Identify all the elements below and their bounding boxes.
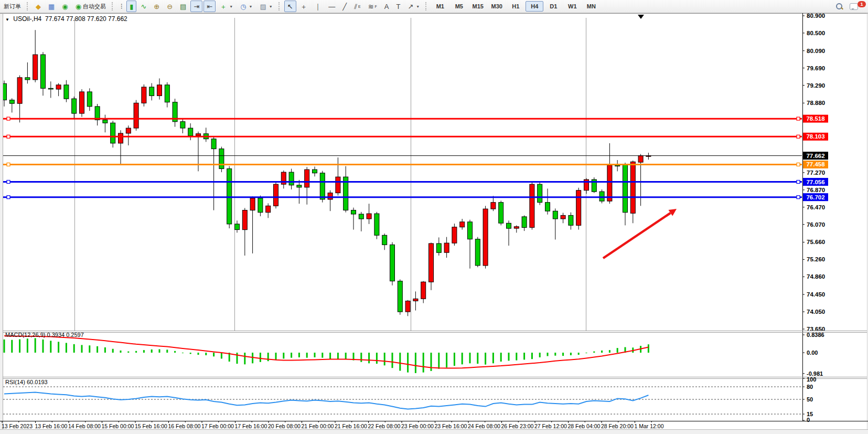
candle-body-down: [188, 128, 193, 136]
chart-canvas[interactable]: 78.51878.10377.66277.45877.05676.70280.9…: [0, 13, 868, 434]
candlestick-type-button[interactable]: ▮: [126, 1, 136, 12]
fibonacci-tool-icon: ≋: [368, 3, 374, 10]
candle-body-up: [328, 193, 333, 199]
timeframe-d1-button[interactable]: D1: [544, 1, 562, 12]
candle-body-down: [87, 92, 92, 107]
tile-windows-button[interactable]: ▤: [177, 1, 189, 12]
candle-body-down: [436, 244, 441, 252]
line-handle[interactable]: [7, 181, 10, 184]
periods-button[interactable]: ◷▼: [237, 1, 255, 12]
candle-body-up: [421, 282, 426, 299]
line-handle[interactable]: [797, 163, 800, 166]
line-handle[interactable]: [797, 181, 800, 184]
auto-trading-label: 自动交易: [83, 3, 106, 10]
line-handle[interactable]: [797, 196, 800, 199]
charts-profile-button[interactable]: ◆: [33, 1, 44, 12]
fibonacci-tool-button[interactable]: ≋F: [365, 1, 380, 12]
candle-body-down: [468, 222, 473, 239]
macd-histogram-bar: [314, 353, 316, 357]
candle-body-up: [17, 78, 22, 103]
horizontal-line-tool-button[interactable]: —: [325, 1, 338, 12]
line-handle[interactable]: [7, 117, 10, 120]
chart-title-bar[interactable]: ▼ USOil-,H4 77.674 77.808 77.620 77.662: [5, 15, 127, 23]
macd-histogram-bar: [58, 342, 59, 353]
timeframe-w1-button[interactable]: W1: [563, 1, 581, 12]
collapse-icon[interactable]: ▼: [5, 17, 9, 22]
timeframe-m15-button[interactable]: M15: [469, 1, 487, 12]
candle-body-up: [134, 103, 138, 128]
zoom-out-button[interactable]: ⊖: [164, 1, 176, 12]
zoom-in-button[interactable]: ⊕: [151, 1, 163, 12]
timeframe-h4-button[interactable]: H4: [526, 1, 543, 12]
trendline-tool-button[interactable]: ╱: [339, 1, 350, 12]
chevron-down-icon[interactable]: ▼: [229, 5, 233, 8]
line-handle[interactable]: [7, 163, 10, 166]
candle-body-down: [507, 223, 511, 228]
time-axis-label: 16 Feb 08:00: [168, 423, 201, 429]
time-axis-label: 15 Feb 16:00: [135, 423, 167, 429]
line-handle[interactable]: [7, 135, 10, 138]
chevron-down-icon[interactable]: ▼: [269, 5, 273, 8]
vertical-line-tool-button[interactable]: ｜: [312, 1, 325, 12]
search-button[interactable]: [833, 1, 845, 12]
candle-body-down: [25, 78, 30, 80]
time-axis-label: 26 Feb 23:00: [501, 423, 534, 429]
time-axis-label: 21 Feb 16:00: [335, 423, 367, 429]
macd-histogram-bar: [151, 350, 153, 353]
candle-body-down: [538, 184, 542, 203]
candle-body-down: [9, 100, 14, 104]
time-axis-label: 28 Feb 04:00: [568, 423, 601, 429]
crosshair-tool-button[interactable]: ＋: [297, 1, 310, 12]
axis-tick-label: 80.500: [807, 30, 825, 36]
timeframe-m1-button[interactable]: M1: [431, 1, 449, 12]
timeframe-m30-button[interactable]: M30: [488, 1, 506, 12]
macd-histogram-bar: [73, 344, 75, 353]
label-tool-button[interactable]: T: [393, 1, 403, 12]
chevron-down-icon[interactable]: ▼: [249, 5, 253, 8]
timeframe-mn-button[interactable]: MN: [582, 1, 600, 12]
axis-tick-label: 74.050: [807, 309, 825, 315]
market-watch-icon: ▦: [48, 3, 55, 10]
arrows-tool-button[interactable]: ↗▼: [404, 1, 423, 12]
axis-tick-label: 75.260: [807, 256, 825, 262]
templates-button[interactable]: ▨▼: [256, 1, 275, 12]
new-order-button[interactable]: 新订单: [1, 1, 24, 12]
new-order-label: 新订单: [4, 3, 21, 10]
signals-button[interactable]: ◉: [59, 1, 71, 12]
line-handle[interactable]: [797, 135, 800, 138]
line-chart-type-button[interactable]: ∿: [137, 1, 149, 12]
candle-body-up: [80, 92, 84, 113]
candle-body-up: [514, 227, 519, 228]
macd-histogram-bar: [423, 353, 424, 373]
line-chart-type-icon: ∿: [141, 3, 146, 10]
cursor-tool-button[interactable]: ↖: [284, 1, 296, 12]
bar-chart-type-button[interactable]: ⫶: [117, 1, 125, 12]
line-handle[interactable]: [7, 196, 10, 199]
macd-histogram-bar: [431, 353, 432, 371]
chevron-down-icon[interactable]: ▼: [416, 5, 420, 8]
time-axis-label: 24 Feb 08:00: [468, 423, 500, 429]
line-handle[interactable]: [797, 117, 800, 120]
auto-trading-button[interactable]: ◉ 自动交易: [72, 1, 109, 12]
add-indicator-button[interactable]: ＋▼: [217, 1, 236, 12]
notification-badge[interactable]: 1: [858, 1, 866, 7]
candle-body-down: [499, 203, 503, 224]
candle-body-down: [2, 83, 7, 100]
text-tool-button[interactable]: A: [381, 1, 392, 12]
market-watch-button[interactable]: ▦: [45, 1, 58, 12]
candlestick-type-icon: ▮: [130, 3, 133, 10]
timeframe-h1-button[interactable]: H1: [507, 1, 524, 12]
add-indicator-icon: ＋: [220, 3, 227, 10]
timeframe-m5-button[interactable]: M5: [450, 1, 468, 12]
macd-histogram-bar: [4, 340, 5, 353]
macd-histogram-bar: [337, 353, 339, 359]
macd-histogram-bar: [11, 340, 13, 353]
charts-profile-icon: ◆: [36, 3, 41, 10]
toolbar-grip: [112, 2, 115, 10]
auto-scroll-button[interactable]: ⇥: [190, 1, 202, 12]
price-line-label: 76.702: [806, 194, 824, 200]
chart-shift-button[interactable]: ⇤: [203, 1, 216, 12]
candle-body-down: [95, 107, 100, 120]
candle-body-up: [266, 206, 271, 212]
channel-tool-button[interactable]: ⫽E: [351, 1, 363, 12]
